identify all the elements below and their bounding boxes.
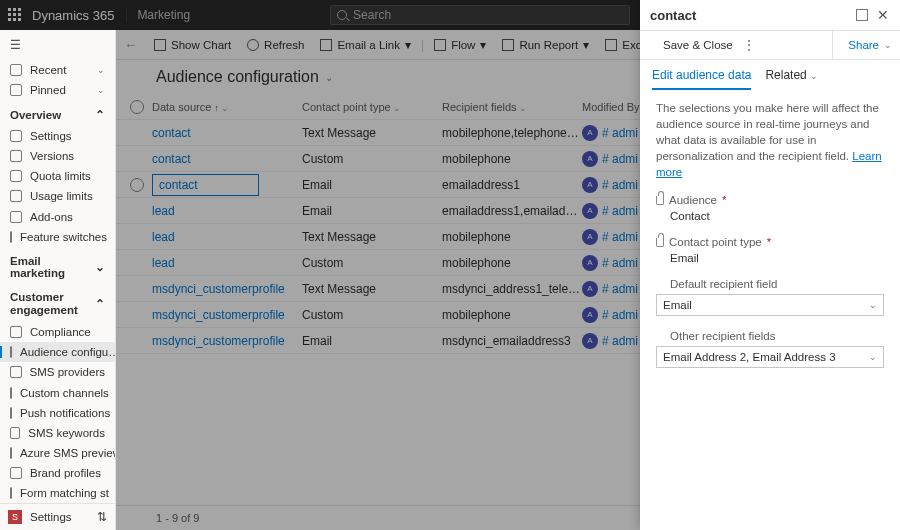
cmd-refresh[interactable]: Refresh: [241, 36, 310, 54]
nav-versions[interactable]: Versions: [0, 146, 115, 166]
data-source-link[interactable]: msdynci_customerprofile: [152, 334, 285, 348]
rf-cell: msdynci_emailaddress3: [442, 334, 582, 348]
nav-sms-keywords[interactable]: SMS keywords: [0, 423, 115, 443]
rf-cell: mobilephone: [442, 230, 582, 244]
data-source-link[interactable]: lead: [152, 230, 175, 244]
people-icon: [10, 346, 12, 358]
cpt-cell: Email: [302, 178, 442, 192]
avatar-icon: A: [582, 151, 598, 167]
cmd-run-report[interactable]: Run Report▾: [496, 35, 595, 55]
avatar-icon: A: [582, 281, 598, 297]
chevron-updown-icon: ⇅: [97, 510, 107, 524]
share-button[interactable]: Share⌄: [832, 31, 892, 59]
data-source-link[interactable]: msdynci_customerprofile: [152, 308, 285, 322]
radio-icon[interactable]: [130, 178, 144, 192]
cmd-email-link[interactable]: Email a Link▾: [314, 35, 417, 55]
avatar-icon: A: [582, 255, 598, 271]
lock-icon: [656, 238, 664, 247]
clock-icon: [10, 150, 22, 162]
select-all[interactable]: [122, 100, 152, 114]
nav-usage[interactable]: Usage limits: [0, 186, 115, 206]
channel-icon: [10, 387, 12, 399]
data-source-link[interactable]: contact: [152, 152, 191, 166]
cpt-cell: Custom: [302, 308, 442, 322]
sms-icon: [10, 366, 22, 378]
other-rf-select[interactable]: Email Address 2, Email Address 3⌄: [656, 346, 884, 368]
app-launcher-icon[interactable]: [8, 8, 22, 22]
data-source-link[interactable]: contact: [152, 174, 259, 196]
col-rf[interactable]: Recipient fields ⌄: [442, 101, 582, 113]
cpt-cell: Text Message: [302, 282, 442, 296]
nav-form-matching[interactable]: Form matching st: [0, 483, 115, 503]
chevron-down-icon: ⌄: [869, 352, 877, 362]
pin-icon: [10, 84, 22, 96]
field-audience: Audience* Contact: [656, 194, 884, 222]
chevron-up-icon: ⌃: [95, 298, 105, 312]
nav-addons[interactable]: Add-ons: [0, 206, 115, 226]
nav-section-email[interactable]: Email marketing⌄: [0, 247, 115, 283]
cpt-cell: Text Message: [302, 126, 442, 140]
back-button[interactable]: ←: [122, 37, 140, 53]
nav-push[interactable]: Push notifications: [0, 403, 115, 423]
rf-cell: mobilephone: [442, 256, 582, 270]
field-cpt: Contact point type* Email: [656, 236, 884, 264]
chart-icon: [154, 39, 166, 51]
nav-section-ce[interactable]: Customer engagement⌃: [0, 283, 115, 323]
cloud-icon: [10, 447, 12, 459]
tab-related[interactable]: Related ⌄: [765, 68, 818, 90]
nav-recent[interactable]: Recent⌄: [0, 60, 115, 80]
panel-body: The selections you make here will affect…: [640, 90, 900, 378]
nav-section-overview[interactable]: Overview⌃: [0, 100, 115, 126]
rf-cell: emailaddress1,emailaddress2,e…: [442, 204, 582, 218]
shield-icon: [10, 326, 22, 338]
nav-brand[interactable]: Brand profiles: [0, 463, 115, 483]
rf-cell: msdynci_address1_telephone1: [442, 282, 582, 296]
chevron-down-icon: ⌄: [97, 85, 105, 95]
nav-features[interactable]: Feature switches: [0, 227, 115, 247]
nav-compliance[interactable]: Compliance: [0, 322, 115, 342]
nav-audience-config[interactable]: Audience configu…: [0, 342, 115, 362]
gear-icon: [10, 130, 22, 142]
more-menu[interactable]: ⋮: [743, 38, 755, 52]
nav-settings[interactable]: Settings: [0, 126, 115, 146]
nav-azure-sms[interactable]: Azure SMS preview: [0, 443, 115, 463]
search-placeholder: Search: [353, 8, 391, 22]
brand-label: Dynamics 365: [32, 8, 114, 23]
data-source-link[interactable]: lead: [152, 256, 175, 270]
radio-icon: [130, 100, 144, 114]
close-icon[interactable]: ✕: [876, 7, 890, 23]
popout-icon[interactable]: [856, 9, 868, 21]
cpt-cell: Email: [302, 334, 442, 348]
nav-custom-channels[interactable]: Custom channels: [0, 382, 115, 402]
nav-sms-providers[interactable]: SMS providers: [0, 362, 115, 382]
chevron-down-icon: ⌄: [325, 72, 333, 83]
data-source-link[interactable]: contact: [152, 126, 191, 140]
col-cpt[interactable]: Contact point type ⌄: [302, 101, 442, 113]
area-switch-icon: S: [8, 510, 22, 524]
chevron-down-icon: ⌄: [95, 260, 105, 274]
nav-quota[interactable]: Quota limits: [0, 166, 115, 186]
cpt-cell: Custom: [302, 256, 442, 270]
rf-cell: mobilephone: [442, 152, 582, 166]
form-icon: [10, 487, 12, 499]
field-default-rf: Default recipient field Email⌄: [656, 278, 884, 316]
side-panel: contact ✕ Save & Close ⋮ Share⌄ Edit aud…: [640, 0, 900, 530]
col-data-source[interactable]: Data source ↑ ⌄: [152, 101, 302, 113]
data-source-link[interactable]: msdynci_customerprofile: [152, 282, 285, 296]
hamburger-icon[interactable]: ☰: [0, 30, 115, 60]
save-close-button[interactable]: Save & Close: [658, 39, 733, 51]
tab-edit-audience[interactable]: Edit audience data: [652, 68, 751, 90]
cmd-flow[interactable]: Flow▾: [428, 35, 492, 55]
audience-value: Contact: [656, 206, 884, 222]
data-source-link[interactable]: lead: [152, 204, 175, 218]
cmd-show-chart[interactable]: Show Chart: [148, 36, 237, 54]
nav-pinned[interactable]: Pinned⌄: [0, 80, 115, 100]
chevron-down-icon: ▾: [583, 38, 589, 52]
nav-footer[interactable]: S Settings ⇅: [0, 503, 115, 530]
lock-icon: [656, 196, 664, 205]
global-search[interactable]: Search: [330, 5, 630, 25]
plus-icon: [10, 211, 22, 223]
panel-commands: Save & Close ⋮ Share⌄: [640, 30, 900, 60]
refresh-icon: [247, 39, 259, 51]
default-rf-select[interactable]: Email⌄: [656, 294, 884, 316]
